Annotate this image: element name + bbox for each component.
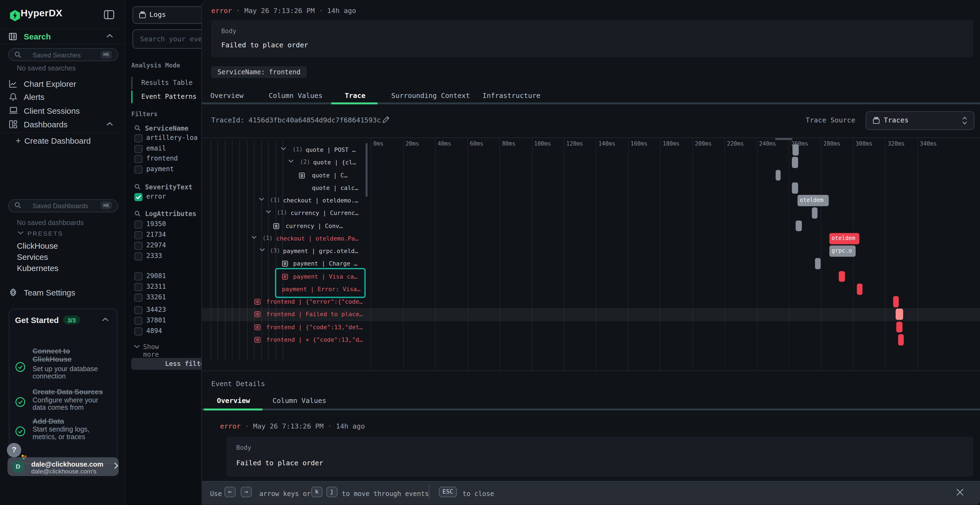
span-label[interactable]: currency | Currenc… — [291, 210, 359, 216]
tree-scrollbar-thumb[interactable] — [365, 143, 367, 197]
preset-item-services[interactable]: Services — [17, 252, 117, 262]
span-duration-bar[interactable] — [812, 208, 818, 219]
span-duration-bar[interactable] — [795, 221, 802, 232]
service-name-chip[interactable]: ServiceName: frontend — [211, 66, 307, 78]
tab-overview[interactable]: Overview — [210, 91, 243, 101]
span-duration-bar[interactable] — [792, 157, 798, 168]
tab-surrounding-context[interactable]: Surrounding Context — [391, 91, 470, 101]
chevron-down-icon[interactable] — [258, 197, 264, 201]
tab-infrastructure[interactable]: Infrastructure — [482, 91, 540, 101]
help-button[interactable]: ? — [7, 443, 21, 457]
span-row[interactable]: (1)checkout | oteldemo.…oteldem — [202, 194, 980, 207]
checkbox[interactable] — [134, 134, 143, 143]
span-row[interactable]: quote | calc… — [202, 182, 980, 194]
tab-trace[interactable]: Trace — [345, 91, 365, 101]
span-duration-bar[interactable] — [898, 334, 904, 345]
span-duration-bar[interactable] — [792, 182, 798, 194]
checkbox[interactable] — [134, 272, 143, 281]
checkbox[interactable] — [134, 327, 143, 335]
span-duration-bar[interactable] — [893, 296, 899, 308]
preset-item-kubernetes[interactable]: Kubernetes — [17, 264, 117, 273]
span-label[interactable]: payment | grpc.oteld… — [283, 247, 358, 254]
span-duration-bar[interactable] — [815, 258, 821, 269]
sidebar-item-alerts[interactable]: Alerts — [0, 92, 125, 103]
chevron-down-icon[interactable] — [281, 147, 286, 151]
preset-item-clickhouse[interactable]: ClickHouse — [17, 241, 117, 251]
span-label[interactable]: frontend | Failed to place… — [266, 311, 363, 318]
span-row[interactable]: quote | C… — [202, 169, 980, 181]
timeline-scrollbar-thumb[interactable] — [775, 138, 792, 140]
span-duration-bar[interactable] — [857, 284, 862, 295]
checkbox[interactable] — [134, 231, 143, 239]
span-row[interactable]: (2)quote | {cl… — [202, 156, 980, 169]
span-label[interactable]: payment | Charge … — [293, 260, 358, 267]
chevron-down-icon[interactable] — [259, 248, 265, 252]
get-started-item-title[interactable]: Connect to ClickHouse — [32, 347, 111, 363]
span-row[interactable]: currency | Conv… — [202, 219, 980, 232]
span-label[interactable]: checkout | oteldemo.… — [283, 197, 358, 203]
checkbox[interactable] — [134, 317, 143, 325]
event-details-tab-overview[interactable]: Overview — [217, 396, 250, 406]
app-title: HyperDX — [21, 8, 63, 19]
trace-source-select[interactable]: Traces — [865, 111, 974, 130]
sidebar-item-client-sessions[interactable]: Client Sessions — [0, 106, 125, 117]
span-duration-bar[interactable] — [896, 322, 902, 333]
get-started-item-title[interactable]: Create Data Sources — [32, 388, 111, 396]
chevron-up-icon[interactable] — [102, 317, 109, 321]
span-duration-bar[interactable]: grpc.o — [829, 246, 856, 257]
sidebar-collapse-icon[interactable] — [104, 9, 115, 19]
span-row[interactable]: (3)payment | grpc.oteld…grpc.o — [202, 245, 980, 257]
span-duration-bar[interactable]: oteldem — [829, 233, 859, 244]
span-label[interactable]: quote | C… — [312, 172, 348, 178]
body-value: Failed to place order — [236, 459, 323, 467]
span-row[interactable]: (1)checkout | oteldemo.Pa…oteldem — [202, 232, 980, 245]
span-duration-bar[interactable] — [839, 271, 845, 282]
span-row[interactable]: frontend | {"code":13,"det… — [202, 321, 980, 333]
span-label[interactable]: quote | POST … — [306, 146, 356, 153]
tab-column-values[interactable]: Column Values — [269, 91, 323, 101]
user-account-button[interactable]: D dale@clickhouse.com dale@clickhouse.co… — [8, 457, 119, 476]
checkbox[interactable] — [134, 252, 143, 260]
saved-searches-input[interactable]: Saved Searches ⌘K — [8, 48, 118, 61]
chevron-down-icon[interactable] — [266, 210, 271, 214]
event-details-tab-column-values[interactable]: Column Values — [272, 396, 326, 406]
span-row[interactable]: frontend | × {"code":13,"d… — [202, 333, 980, 346]
checkbox[interactable] — [134, 145, 143, 153]
span-label[interactable]: currency | Conv… — [286, 222, 343, 229]
checkbox-checked[interactable] — [134, 193, 143, 201]
saved-dashboards-placeholder: Saved Dashboards — [32, 202, 88, 210]
span-label[interactable]: quote | calc… — [312, 184, 358, 191]
checkbox[interactable] — [134, 241, 143, 249]
chevron-down-icon[interactable] — [251, 235, 257, 239]
edit-pencil-icon[interactable] — [382, 116, 390, 124]
chevron-down-icon[interactable] — [288, 159, 293, 163]
checkbox[interactable] — [134, 294, 143, 302]
span-duration-bar[interactable]: oteldem — [797, 195, 829, 206]
span-row[interactable]: (1)quote | POST … — [202, 144, 980, 156]
checkbox[interactable] — [134, 283, 143, 291]
close-icon[interactable] — [956, 485, 970, 500]
span-duration-bar[interactable] — [896, 309, 903, 320]
sidebar-item-search[interactable]: Search — [0, 29, 125, 44]
span-label[interactable]: frontend | {"code":13,"det… — [266, 323, 363, 330]
span-row[interactable]: (1)currency | Currenc… — [202, 207, 980, 219]
span-label[interactable]: frontend | {"error":{"code… — [266, 298, 363, 305]
checkbox[interactable] — [134, 165, 143, 173]
span-label[interactable]: frontend | × {"code":13,"d… — [266, 336, 363, 343]
span-label[interactable]: quote | {cl… — [313, 159, 356, 166]
create-dashboard-label: Create Dashboard — [24, 136, 91, 145]
trace-source-label: Trace Source — [805, 116, 855, 124]
span-duration-bar[interactable] — [775, 170, 780, 181]
span-label[interactable]: checkout | oteldemo.Pa… — [276, 235, 358, 241]
span-row[interactable]: frontend | Failed to place… — [202, 308, 980, 321]
checkbox[interactable] — [134, 306, 143, 314]
span-duration-bar[interactable] — [792, 145, 799, 156]
sidebar-item-dashboards[interactable]: Dashboards — [0, 119, 125, 130]
checkbox[interactable] — [134, 221, 143, 229]
get-started-item-title[interactable]: Add Data — [32, 417, 111, 425]
sidebar-item-chart-explorer[interactable]: Chart Explorer — [0, 78, 125, 89]
sidebar-item-team-settings[interactable]: Team Settings — [0, 287, 125, 299]
saved-dashboards-input[interactable]: Saved Dashboards ⌘K — [8, 199, 118, 212]
checkbox[interactable] — [134, 155, 143, 163]
create-dashboard-button[interactable]: + Create Dashboard — [0, 135, 125, 146]
